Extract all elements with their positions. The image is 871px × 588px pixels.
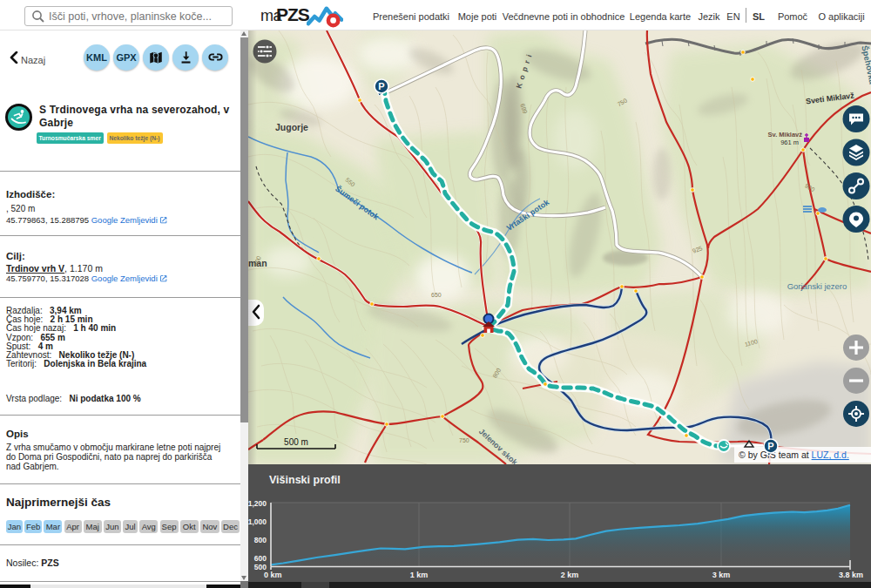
svg-text:500: 500 (254, 563, 267, 571)
svg-text:1 km: 1 km (410, 571, 429, 579)
svg-text:3 km: 3 km (712, 571, 731, 579)
svg-text:1,000: 1,000 (248, 517, 267, 526)
svg-text:© by GIS team at LUZ, d.d.: © by GIS team at LUZ, d.d. (739, 449, 849, 460)
svg-text:Sv. Miklavž: Sv. Miklavž (768, 131, 803, 139)
svg-text:Gorjanski jezero: Gorjanski jezero (787, 281, 847, 291)
svg-text:P: P (378, 81, 384, 91)
svg-text:961 m: 961 m (780, 139, 799, 146)
svg-text:750: 750 (459, 437, 469, 443)
svg-text:2 km: 2 km (561, 571, 579, 579)
svg-text:800: 800 (254, 536, 267, 544)
svg-text:650: 650 (431, 292, 442, 298)
svg-text:500 m: 500 m (284, 437, 308, 447)
svg-text:Jugorje: Jugorje (275, 122, 308, 132)
svg-text:600: 600 (254, 554, 267, 563)
svg-text:3.8 km: 3.8 km (839, 571, 863, 579)
svg-text:0 km: 0 km (264, 571, 282, 579)
svg-text:P: P (767, 441, 773, 451)
svg-text:1,200: 1,200 (248, 499, 267, 508)
